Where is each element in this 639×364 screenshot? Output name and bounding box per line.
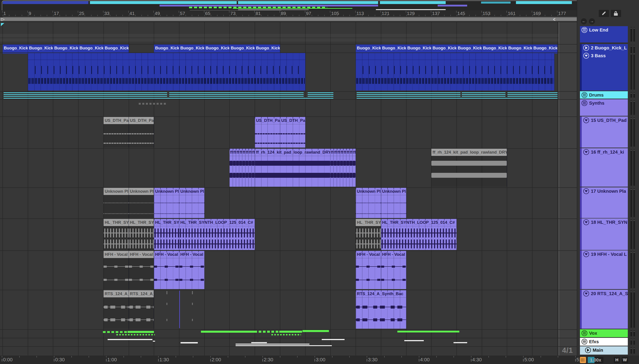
audition-waveform-button[interactable] <box>580 357 586 363</box>
track-lane-unknown[interactable]: Unknown PlaUnknown PlaUnknown PlaUnknown… <box>0 187 577 218</box>
audio-clip[interactable]: HFH - Vocal L <box>179 251 205 289</box>
efx-clip-summary[interactable] <box>236 345 332 346</box>
audio-clip[interactable]: ff_rh_124_kit_pad_loop_rawland_DRY <box>340 149 343 187</box>
vox-clip-summary[interactable] <box>397 331 459 332</box>
audio-clip[interactable]: RTS_124_A_Synth_Bac <box>104 290 129 329</box>
group-menu-icon[interactable] <box>581 27 587 33</box>
time-ruler[interactable]: 0:000:301:001:302:002:303:003:304:004:30… <box>0 356 577 364</box>
audio-clip[interactable]: ff_rh_124_kit_pad_loop_rawland_DRY <box>255 149 330 187</box>
unfold-icon[interactable] <box>583 219 589 225</box>
play-icon[interactable] <box>585 347 591 353</box>
efx-clip-summary[interactable] <box>108 339 152 340</box>
vox-clip-summary[interactable] <box>103 331 127 333</box>
track-lane-low[interactable] <box>0 22 577 44</box>
audio-clip[interactable]: Buogo_Kick_L <box>482 44 507 54</box>
track-header-ff[interactable]: 16 ff_rh_124_ki <box>582 148 628 187</box>
track-lane-vox[interactable] <box>0 329 577 337</box>
group-menu-icon[interactable] <box>581 339 587 344</box>
efx-clip-summary[interactable] <box>453 342 467 343</box>
track-header-hfh[interactable]: 19 HFH - Vocal L <box>582 250 628 289</box>
audio-clip[interactable]: Buogo_Kick_L <box>104 44 129 54</box>
audio-clip[interactable]: Buogo_Kick_L <box>255 44 280 54</box>
track-lane-bass[interactable] <box>0 52 577 90</box>
audio-clip[interactable]: RTS_124_A_Synth_Bac <box>129 290 154 329</box>
efx-clip-summary[interactable] <box>404 340 424 341</box>
track-lane-usdth[interactable]: US_DTH_PadUS_DTH_PadUS_DTH_PadUS_DTH_Pad <box>0 116 577 148</box>
audio-clip[interactable]: HL_THR_SYNTH_LOOP_125_014_C# <box>154 219 179 250</box>
arrangement-grid[interactable]: Buogo_Kick_LBuogo_Kick_LBuogo_Kick_LBuog… <box>0 22 577 356</box>
drums-clip-summary[interactable] <box>507 92 557 98</box>
track-lane-kick[interactable]: Buogo_Kick_LBuogo_Kick_LBuogo_Kick_LBuog… <box>0 44 577 54</box>
forward-arrow-button[interactable]: → <box>589 18 595 24</box>
zoom-height-button[interactable]: H <box>614 357 620 363</box>
audio-clip[interactable]: HL_THR_SYNTH_LOOP_125_014_C# <box>381 219 457 250</box>
unfold-icon[interactable] <box>583 118 589 123</box>
play-start-marker-icon[interactable]: ▷ <box>1 17 5 21</box>
audio-clip[interactable]: HL_THR_SYNTH_LOOP_125_014_C# <box>104 219 129 250</box>
audio-clip[interactable]: Unknown Pla <box>104 188 129 218</box>
audio-clip[interactable]: ff_rh_124_kit_pad_loop_rawland_DRY <box>242 149 245 187</box>
track-lane-synths[interactable] <box>0 99 577 116</box>
audio-clip[interactable]: ff_rh_124_kit_pad_loop_rawland_DRY <box>330 149 334 187</box>
audio-clip[interactable]: Buogo_Kick_L <box>154 44 179 54</box>
audio-clip[interactable]: Buogo_Kick_L <box>507 44 532 54</box>
audio-clip[interactable]: Buogo_Kick_L <box>381 44 406 54</box>
track-lane-main[interactable] <box>0 346 577 354</box>
vox-clip-summary[interactable] <box>128 331 154 333</box>
lock-button[interactable] <box>611 10 621 17</box>
audio-clip[interactable]: Buogo_Kick_L <box>3 44 28 54</box>
audio-clip[interactable]: Buogo_Kick_L <box>431 44 457 54</box>
audio-clip[interactable]: HL_THR_SYNTH_LOOP_125_014_C# <box>179 219 255 250</box>
audio-clip[interactable]: Unknown Pla <box>179 188 205 218</box>
track-lane-rts[interactable]: RTS_124_A_Synth_BacRTS_124_A_Synth_BacRT… <box>0 290 577 329</box>
audio-clip[interactable]: US_DTH_Pad <box>104 117 129 148</box>
audio-clip[interactable]: HL_THR_SYNTH_LOOP_125_014_C# <box>129 219 154 250</box>
audio-clip[interactable]: Buogo_Kick_L <box>28 44 53 54</box>
vox-clip-summary[interactable] <box>279 331 302 333</box>
back-arrow-button[interactable]: ← <box>581 18 587 24</box>
drums-clip-summary[interactable] <box>308 92 333 98</box>
audio-clip[interactable]: ff_rh_124_kit_pad_loop_rawland_DRY <box>230 149 233 187</box>
efx-clip-summary[interactable] <box>251 342 267 343</box>
unfold-icon[interactable] <box>583 291 589 296</box>
audio-clip[interactable]: HFH - Vocal L <box>381 251 406 289</box>
audio-clip[interactable]: Buogo_Kick_L <box>356 44 381 54</box>
draw-mode-button[interactable] <box>599 10 609 17</box>
group-menu-icon[interactable] <box>581 330 587 336</box>
audio-clip[interactable]: ff_rh_124_kit_pad_loop_rawland_DRY <box>431 149 507 187</box>
audio-clip[interactable]: US_DTH_Pad <box>129 117 154 148</box>
efx-clip-summary[interactable] <box>236 344 309 344</box>
audio-clip[interactable]: Buogo_Kick_L <box>78 44 104 54</box>
audio-clip[interactable] <box>28 53 305 90</box>
track-lane-efx[interactable] <box>0 338 577 346</box>
audio-clip[interactable]: Unknown Pla <box>356 188 381 218</box>
audio-clip[interactable]: HFH - Vocal L <box>356 251 381 289</box>
audio-clip[interactable]: HFH - Vocal L <box>129 251 154 289</box>
track-header-drums[interactable]: Drums <box>580 91 628 98</box>
audio-clip[interactable]: Buogo_Kick_L <box>457 44 482 54</box>
vox-clip-summary[interactable] <box>116 334 155 336</box>
audio-clip[interactable]: ff_rh_124_kit_pad_loop_rawland_DRY <box>236 149 239 187</box>
audio-clip[interactable]: ff_rh_124_kit_pad_loop_rawland_DRY <box>337 149 340 187</box>
audio-clip[interactable]: ff_rh_124_kit_pad_loop_rawland_DRY <box>245 149 249 187</box>
vox-clip-summary[interactable] <box>254 331 279 333</box>
audio-clip[interactable]: ff_rh_124_kit_pad_loop_rawland_DRY <box>349 149 353 187</box>
unfold-icon[interactable] <box>583 53 589 58</box>
audio-clip[interactable]: ff_rh_124_kit_pad_loop_rawland_DRY <box>233 149 236 187</box>
group-menu-icon[interactable] <box>581 92 587 98</box>
efx-clip-summary[interactable] <box>181 342 198 344</box>
unfold-icon[interactable] <box>583 251 589 257</box>
audio-clip[interactable]: ff_rh_124_kit_pad_loop_rawland_DRY <box>249 149 252 187</box>
audio-clip[interactable]: ff_rh_124_kit_pad_loop_rawland_DRY <box>239 149 242 187</box>
track-header-unknown[interactable]: 17 Unknown Pla <box>582 187 628 218</box>
track-header-vox[interactable]: Vox <box>580 329 628 337</box>
audio-clip[interactable]: Unknown Pla <box>154 188 179 218</box>
scrub-area[interactable]: ▷ < <box>0 17 577 21</box>
unfold-icon[interactable] <box>583 188 589 194</box>
drums-clip-summary[interactable] <box>357 92 460 98</box>
audio-clip[interactable]: Buogo_Kick_L <box>406 44 432 54</box>
audio-clip[interactable]: Buogo_Kick_L <box>532 44 557 54</box>
audio-clip[interactable]: HL_THR_SYNTH_LOOP_125_014_C# <box>356 219 381 250</box>
track-header-synths[interactable]: Synths <box>580 99 628 116</box>
audio-clip[interactable]: HFH - Vocal L <box>154 251 179 289</box>
